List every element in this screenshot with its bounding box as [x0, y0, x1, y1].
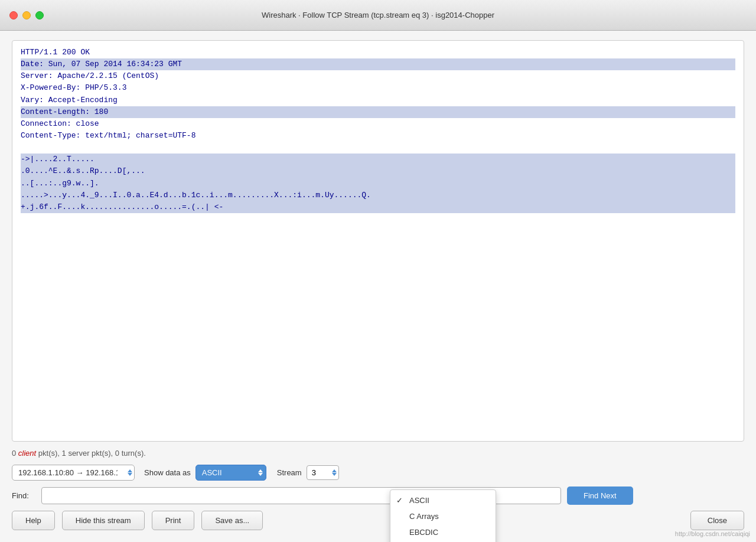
titlebar: Wireshark · Follow TCP Stream (tcp.strea…	[0, 0, 756, 31]
close-button[interactable]: Close	[690, 511, 744, 530]
dropdown-item[interactable]: ASCII	[390, 492, 496, 508]
data-format-wrapper: ASCII	[195, 465, 266, 481]
show-data-as-label: Show data as	[144, 468, 191, 477]
stats-line: 0 client pkt(s), 1 server pkt(s), 0 turn…	[12, 448, 744, 459]
stream-line: .....>...y...4._9...I..0.a..E4.d...b.1c.…	[21, 190, 735, 201]
stream-line	[21, 142, 735, 154]
dropdown-item[interactable]: C Arrays	[390, 508, 496, 524]
find-next-button[interactable]: Find Next	[567, 487, 633, 505]
stream-number-input[interactable]	[307, 465, 339, 480]
help-button[interactable]: Help	[12, 511, 55, 530]
print-button[interactable]: Print	[152, 511, 195, 530]
watermark: http://blog.csdn.net/caiqiqi	[675, 530, 750, 537]
bottom-buttons-row: Help Hide this stream Print Save as... C…	[12, 511, 744, 533]
stream-line: ..[...:..g9.w..].	[21, 178, 735, 190]
stream-content-area[interactable]: HTTP/1.1 200 OKDate: Sun, 07 Sep 2014 16…	[12, 40, 744, 442]
minimize-window-button[interactable]	[22, 11, 31, 19]
client-label: client	[18, 449, 36, 458]
data-format-dropdown: ASCIIC ArraysEBCDICHex DumpUTF-8YAMLRaw	[390, 489, 496, 542]
hide-stream-button[interactable]: Hide this stream	[62, 511, 145, 530]
find-row: Find: Find Next	[12, 487, 744, 505]
stream-line: Date: Sun, 07 Sep 2014 16:34:23 GMT	[21, 58, 735, 70]
dropdown-item[interactable]: EBCDIC	[390, 524, 496, 540]
stream-selector-input[interactable]	[12, 465, 135, 481]
stream-line: X-Powered-By: PHP/5.3.3	[21, 82, 735, 94]
data-format-display[interactable]: ASCII	[195, 465, 266, 481]
stream-line: Content-Length: 180	[21, 106, 735, 118]
stream-line: .0....^E..&.s..Rp....D[,...	[21, 165, 735, 177]
window-title: Wireshark · Follow TCP Stream (tcp.strea…	[262, 11, 494, 19]
stream-line: Connection: close	[21, 118, 735, 130]
main-window: HTTP/1.1 200 OKDate: Sun, 07 Sep 2014 16…	[0, 31, 756, 542]
stream-number-wrapper	[307, 465, 339, 480]
stream-line: ->|....2..T.....	[21, 154, 735, 165]
stream-line: Content-Type: text/html; charset=UTF-8	[21, 130, 735, 142]
save-as-button[interactable]: Save as...	[201, 511, 263, 530]
close-window-button[interactable]	[9, 11, 18, 19]
stream-line: +.j.6f..F....k...............o.....=.(..…	[21, 201, 735, 213]
stream-selector-wrapper	[12, 465, 135, 481]
find-label: Find:	[12, 491, 35, 500]
stream-line: Server: Apache/2.2.15 (CentOS)	[21, 70, 735, 82]
stream-line: Vary: Accept-Encoding	[21, 94, 735, 106]
window-controls	[9, 11, 44, 19]
controls-row: Show data as ASCII Stream ASCIIC ArraysE…	[12, 465, 744, 481]
maximize-window-button[interactable]	[35, 11, 44, 19]
stream-line: HTTP/1.1 200 OK	[21, 47, 735, 58]
stream-number-label: Stream	[277, 468, 302, 477]
